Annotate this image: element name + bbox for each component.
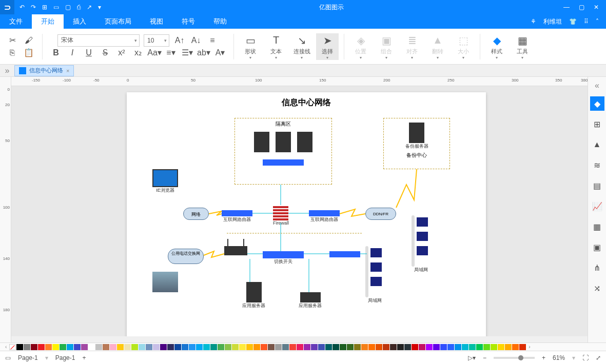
zoom-out-icon[interactable]: − xyxy=(483,354,486,361)
maximize-icon[interactable]: ▢ xyxy=(579,4,584,11)
pstn-cloud[interactable]: 公用电话交换网 xyxy=(168,249,204,264)
superscript-icon[interactable]: x² xyxy=(115,47,128,59)
color-swatch[interactable] xyxy=(124,344,131,350)
color-swatch[interactable] xyxy=(239,344,246,350)
backup-server-icon[interactable] xyxy=(409,123,424,143)
color-swatch[interactable] xyxy=(225,344,231,350)
color-swatch[interactable] xyxy=(469,344,476,350)
style-tool[interactable]: ◆样式▾ xyxy=(485,33,508,60)
color-swatch[interactable] xyxy=(354,344,361,350)
paste-icon[interactable]: 📋 xyxy=(23,47,35,59)
document-tab[interactable]: 信息中心网络 × xyxy=(14,65,74,76)
color-swatch[interactable] xyxy=(433,344,440,350)
color-swatch[interactable] xyxy=(74,344,81,350)
zoom-in-icon[interactable]: + xyxy=(542,354,545,361)
font-color-icon[interactable]: A▾ xyxy=(214,47,226,59)
panel-collapse-icon[interactable]: « xyxy=(588,81,607,90)
cut-icon[interactable]: ✂ xyxy=(6,34,18,47)
line-spacing-icon[interactable]: ≡▾ xyxy=(165,47,177,59)
menu-layout[interactable]: 页面布局 xyxy=(95,14,141,29)
italic-icon[interactable]: I xyxy=(66,47,79,59)
color-swatch[interactable] xyxy=(505,344,512,350)
flip-tool[interactable]: ▲翻转▾ xyxy=(426,33,449,60)
align-toggle-icon[interactable]: ≡ xyxy=(206,34,219,47)
grid-panel-icon[interactable]: ⊞ xyxy=(590,117,604,131)
swatch-prev-icon[interactable]: ‹ xyxy=(3,344,9,350)
color-swatch[interactable] xyxy=(182,344,188,350)
page-panel-icon[interactable]: ▤ xyxy=(590,178,604,193)
layers-panel-icon[interactable]: ≋ xyxy=(590,158,604,172)
menu-view[interactable]: 视图 xyxy=(141,14,172,29)
canvas[interactable]: 信息中心网络 隔离区 备份服务器 备份中心 xyxy=(11,86,588,336)
color-swatch[interactable] xyxy=(45,344,52,350)
color-swatch[interactable] xyxy=(218,344,224,350)
color-swatch[interactable] xyxy=(512,344,519,350)
group-tool[interactable]: ▣组合▾ xyxy=(375,33,398,60)
color-swatch[interactable] xyxy=(95,344,102,350)
menu-insert[interactable]: 插入 xyxy=(64,14,95,29)
color-swatch[interactable] xyxy=(31,344,37,350)
color-swatch[interactable] xyxy=(117,344,124,350)
color-swatch[interactable] xyxy=(440,344,447,350)
color-swatch[interactable] xyxy=(325,344,332,350)
color-swatch[interactable] xyxy=(483,344,490,350)
table-panel-icon[interactable]: ▦ xyxy=(590,219,604,234)
color-swatch[interactable] xyxy=(361,344,368,350)
color-swatch[interactable] xyxy=(203,344,210,350)
color-swatch[interactable] xyxy=(282,344,289,350)
chart-panel-icon[interactable]: 📈 xyxy=(590,199,604,213)
color-swatch[interactable] xyxy=(60,344,66,350)
color-swatch[interactable] xyxy=(246,344,253,350)
color-swatch[interactable] xyxy=(261,344,267,350)
select-tool[interactable]: ➤选择▾ xyxy=(316,33,339,60)
color-swatch[interactable] xyxy=(232,344,239,350)
color-swatch[interactable] xyxy=(16,344,23,350)
image-panel-icon[interactable]: ▲ xyxy=(590,137,604,152)
play-icon[interactable]: ▷▾ xyxy=(468,354,476,361)
copy-icon[interactable]: ⎘ xyxy=(6,47,18,59)
qat-dropdown-icon[interactable]: ▾ xyxy=(98,4,101,11)
save-icon[interactable]: ▢ xyxy=(65,4,71,11)
font-decrease-icon[interactable]: A↓ xyxy=(190,34,202,47)
color-swatch[interactable] xyxy=(333,344,339,350)
color-swatch[interactable] xyxy=(419,344,425,350)
page-name[interactable]: Page-1 xyxy=(18,354,38,361)
page[interactable]: 信息中心网络 隔离区 备份服务器 备份中心 xyxy=(127,92,486,336)
lan-2-node[interactable]: 局域网 xyxy=(412,215,430,273)
color-swatch[interactable] xyxy=(160,344,167,350)
swatch-next-icon[interactable]: › xyxy=(526,344,532,350)
data-panel-icon[interactable]: ▣ xyxy=(590,240,604,254)
server-icon[interactable] xyxy=(276,132,291,152)
case-icon[interactable]: Aa▾ xyxy=(148,47,161,59)
menu-start[interactable]: 开始 xyxy=(32,14,64,29)
minimize-icon[interactable]: — xyxy=(563,4,570,11)
color-swatch[interactable] xyxy=(340,344,346,350)
color-swatch[interactable] xyxy=(189,344,196,350)
color-swatch[interactable] xyxy=(304,344,310,350)
color-swatch[interactable] xyxy=(253,344,260,350)
share-icon[interactable]: ⚘ xyxy=(531,18,536,25)
new-icon[interactable]: ⊞ xyxy=(42,4,47,11)
color-swatch[interactable] xyxy=(519,344,526,350)
tree-panel-icon[interactable]: ⋔ xyxy=(590,260,604,275)
fill-panel-icon[interactable]: ◆ xyxy=(590,96,604,111)
app-server-1-node[interactable]: 应用服务器 xyxy=(242,282,265,309)
menu-help[interactable]: 帮助 xyxy=(204,14,236,29)
backup-center-box[interactable]: 备份服务器 备份中心 xyxy=(383,118,450,169)
add-page-icon[interactable]: + xyxy=(82,354,86,361)
color-swatch[interactable] xyxy=(139,344,145,350)
format-painter-icon[interactable]: 🖌 xyxy=(23,34,35,47)
open-icon[interactable]: ▭ xyxy=(53,4,59,11)
subscript-icon[interactable]: x₂ xyxy=(132,47,144,59)
color-swatch[interactable] xyxy=(289,344,296,350)
position-tool[interactable]: ◈位置▾ xyxy=(349,33,372,60)
utils-tool[interactable]: ▦工具▾ xyxy=(511,33,534,60)
switch-icon[interactable] xyxy=(263,159,304,166)
color-swatch[interactable] xyxy=(455,344,461,350)
color-swatch[interactable] xyxy=(167,344,174,350)
color-swatch[interactable] xyxy=(376,344,382,350)
color-swatch[interactable] xyxy=(383,344,389,350)
shirt-icon[interactable]: 👕 xyxy=(569,18,577,25)
color-swatch[interactable] xyxy=(347,344,354,350)
collapse-ribbon-icon[interactable]: ˄ xyxy=(596,18,599,25)
